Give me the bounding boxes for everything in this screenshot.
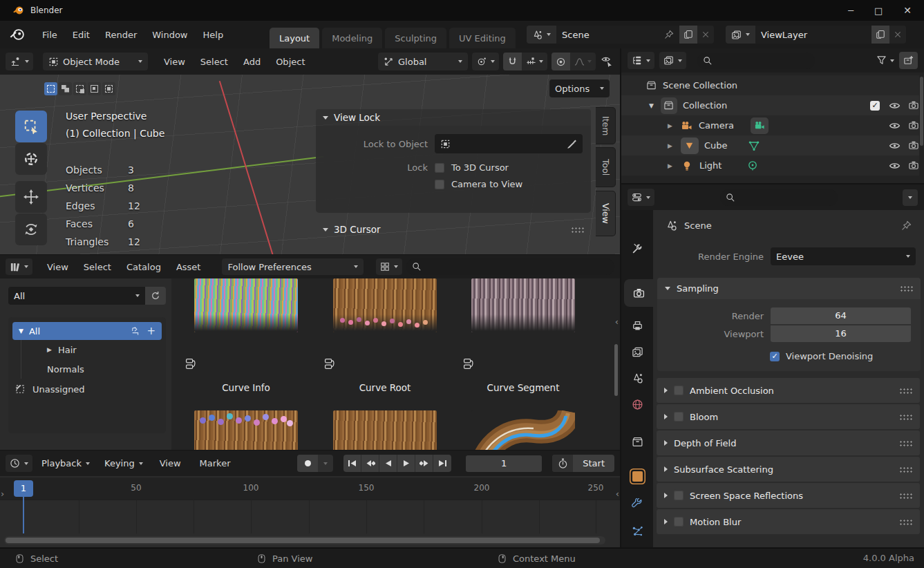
asset-menu-view[interactable]: View: [39, 258, 76, 276]
disclosure-triangle-icon[interactable]: ▼: [649, 102, 654, 109]
display-mode-dropdown[interactable]: [376, 258, 402, 275]
render-engine-dropdown[interactable]: Eevee: [771, 247, 916, 265]
outliner-row-scene-collection[interactable]: Scene Collection: [621, 75, 919, 95]
asset-scrollbar[interactable]: [614, 344, 618, 396]
cursor-panel-header[interactable]: 3D Cursor: [316, 220, 591, 238]
rotate-tool[interactable]: [15, 214, 47, 245]
autokey-settings-dropdown[interactable]: [318, 455, 333, 472]
camera-toggle-icon[interactable]: [908, 120, 919, 131]
outliner-row-light[interactable]: ▶ Light: [621, 155, 919, 176]
tab-particles[interactable]: [621, 518, 653, 545]
catalog-item-normals[interactable]: Normals: [21, 359, 162, 379]
timeline-scrollbar[interactable]: [4, 536, 605, 545]
disclosure-triangle-icon[interactable]: ▶: [668, 142, 672, 149]
camera-toggle-icon[interactable]: [908, 160, 919, 171]
tab-world[interactable]: [621, 391, 653, 417]
panel-depth-of-field[interactable]: Depth of Field: [657, 430, 920, 455]
mode-dropdown[interactable]: Object Mode: [43, 53, 148, 70]
play-button[interactable]: [397, 455, 415, 472]
next-keyframe-button[interactable]: [415, 455, 433, 472]
transform-orientation-dropdown[interactable]: Global: [378, 53, 468, 70]
tab-modifiers[interactable]: [621, 491, 653, 517]
sampling-viewport-field[interactable]: 16: [771, 325, 911, 342]
asset-thumbnail-row2-1[interactable]: [194, 410, 298, 450]
motion-blur-checkbox[interactable]: [674, 517, 683, 527]
minimize-button[interactable]: ─: [848, 6, 854, 16]
menu-window[interactable]: Window: [144, 26, 195, 44]
menu-render[interactable]: Render: [97, 26, 144, 44]
asset-editor-type-button[interactable]: [6, 258, 32, 275]
snap-toggle[interactable]: [503, 53, 522, 70]
region-collapse-arrow[interactable]: ‹: [616, 489, 619, 499]
workspace-tab-uv-editing[interactable]: UV Editing: [449, 28, 516, 48]
viewlayer-name-field[interactable]: ViewLayer: [755, 26, 871, 44]
falloff-dropdown[interactable]: [570, 57, 596, 67]
select-extend-mode[interactable]: [59, 82, 72, 95]
proportional-toggle[interactable]: [551, 53, 570, 70]
light-data-icon[interactable]: [747, 160, 758, 171]
select-intersect-mode[interactable]: [102, 82, 115, 95]
tab-tool[interactable]: [621, 235, 653, 261]
blender-menu-logo-icon[interactable]: [10, 28, 25, 41]
eye-toggle-icon[interactable]: [889, 102, 901, 110]
camera-toggle-icon[interactable]: [908, 140, 919, 151]
record-button[interactable]: [297, 455, 318, 472]
workspace-tab-modeling[interactable]: Modeling: [322, 28, 382, 48]
grip-dots-icon[interactable]: [900, 285, 913, 292]
prev-keyframe-button[interactable]: [361, 455, 379, 472]
camera-to-view-checkbox[interactable]: [435, 180, 444, 189]
disclosure-triangle-icon[interactable]: ▶: [668, 122, 672, 129]
asset-thumbnail-curve-root[interactable]: [333, 278, 437, 332]
catalog-item-hair[interactable]: ▶ Hair: [21, 340, 162, 359]
outliner-row-cube[interactable]: ▶ Cube: [621, 135, 919, 155]
asset-menu-asset[interactable]: Asset: [169, 258, 209, 276]
tab-object[interactable]: [621, 463, 653, 489]
eye-toggle-icon[interactable]: [889, 142, 901, 150]
properties-editor-type-button[interactable]: [628, 189, 654, 206]
panel-ambient-occlusion[interactable]: Ambient Occlusion: [657, 378, 920, 403]
import-method-dropdown[interactable]: Follow Preferences: [222, 258, 364, 275]
lock-3d-cursor-checkbox[interactable]: [435, 163, 444, 173]
sidebar-tab-view[interactable]: View: [596, 191, 616, 236]
timeline-editor-type-button[interactable]: [6, 455, 32, 472]
properties-options-dropdown[interactable]: [903, 189, 918, 206]
select-set-mode[interactable]: [44, 82, 57, 95]
pin-icon[interactable]: [901, 220, 912, 231]
asset-thumbnail-curve-info[interactable]: [194, 278, 298, 332]
properties-search-input[interactable]: [720, 189, 838, 206]
tab-collection[interactable]: [621, 428, 653, 455]
add-catalog-icon[interactable]: +: [147, 326, 155, 337]
current-frame-field[interactable]: 1: [466, 455, 542, 472]
asset-search-input[interactable]: [406, 258, 614, 275]
sidebar-tab-item[interactable]: Item: [596, 107, 616, 144]
use-preview-range-toggle[interactable]: [552, 455, 573, 472]
viewlayer-remove-button[interactable]: [889, 26, 906, 44]
breadcrumb-label[interactable]: Scene: [684, 220, 894, 231]
catalog-item-all[interactable]: ▼ All +: [12, 322, 162, 340]
tab-view-layer[interactable]: [621, 339, 653, 365]
play-reverse-button[interactable]: [379, 455, 397, 472]
select-invert-mode[interactable]: [88, 82, 101, 95]
asset-thumbnail-curve-segment[interactable]: [471, 278, 575, 332]
workspace-tab-sculpting[interactable]: Sculpting: [385, 28, 446, 48]
playhead-line[interactable]: [23, 494, 24, 533]
mesh-data-icon[interactable]: [748, 140, 760, 151]
viewport-3d[interactable]: Object Mode View Select Add Object Globa…: [0, 48, 620, 254]
viewport-menu-object[interactable]: Object: [268, 53, 312, 70]
eye-toggle-icon[interactable]: [889, 122, 901, 130]
pin-icon[interactable]: [664, 30, 674, 39]
asset-thumbnail-row2-3[interactable]: [471, 410, 575, 450]
editor-type-button[interactable]: [6, 53, 33, 70]
gizmo-pointer-icon[interactable]: [601, 56, 613, 68]
view-lock-panel-header[interactable]: View Lock: [316, 109, 591, 126]
grip-dots-icon[interactable]: [899, 388, 912, 394]
tab-output[interactable]: [621, 312, 653, 339]
asset-menu-select[interactable]: Select: [76, 258, 119, 276]
panel-subsurface-scattering[interactable]: Subsurface Scattering: [657, 457, 920, 482]
pivot-point-dropdown[interactable]: [472, 53, 499, 70]
cursor-tool[interactable]: [15, 143, 47, 175]
collection-checkbox[interactable]: ✓: [870, 101, 880, 111]
grip-dots-icon[interactable]: [899, 414, 912, 420]
viewport-menu-add[interactable]: Add: [236, 53, 268, 70]
jump-to-end-button[interactable]: [433, 455, 451, 472]
